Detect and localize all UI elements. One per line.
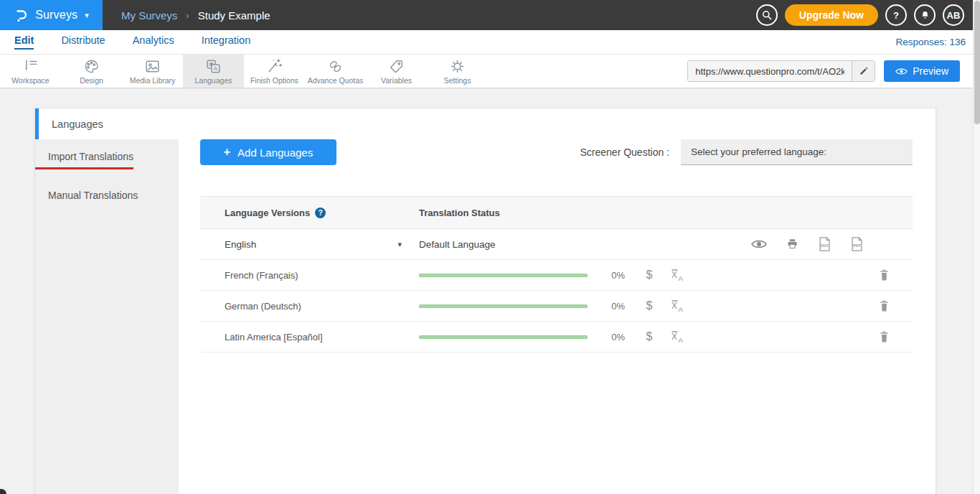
table-row-language: German (Deutsch) 0% $ XA — [200, 291, 913, 322]
toolbar-item-languages[interactable]: A Languages — [183, 55, 244, 88]
languages-card: Languages Import Translations Manual Tra… — [34, 108, 936, 494]
toolbar-item-design[interactable]: Design — [61, 55, 122, 88]
chat-widget-fragment — [0, 489, 6, 494]
dropdown-caret-icon[interactable]: ▾ — [397, 240, 402, 249]
print-button[interactable] — [786, 238, 799, 251]
translate-small-icon: XA — [671, 269, 685, 281]
help-button[interactable]: ? — [885, 4, 907, 26]
toolbar-item-advance-quotas[interactable]: Advance Quotas — [305, 55, 366, 88]
translation-percent: 0% — [606, 332, 625, 342]
default-language-cell[interactable]: English ▾ — [200, 239, 419, 250]
translation-percent: 0% — [606, 301, 625, 312]
paid-translation-icon[interactable]: $ — [642, 269, 656, 281]
chain-links-icon — [326, 58, 344, 75]
toolbar-label: Languages — [195, 76, 232, 85]
translate-icon: A — [204, 58, 222, 75]
add-languages-button[interactable]: + Add Languages — [200, 139, 336, 165]
toolbar-label: Settings — [444, 76, 471, 85]
product-label: Surveys — [35, 9, 77, 22]
preview-button[interactable]: Preview — [884, 60, 960, 82]
plus-icon: + — [224, 146, 230, 159]
content-area: Languages Import Translations Manual Tra… — [0, 89, 980, 494]
palette-icon — [83, 58, 100, 75]
eye-icon — [751, 239, 767, 249]
toolbar-item-variables[interactable]: Variables — [366, 55, 427, 88]
default-row-actions: DOC PDF — [751, 236, 913, 252]
product-switcher[interactable]: Surveys ▾ — [0, 0, 103, 30]
doc-file-icon: DOC — [818, 236, 831, 252]
column-language-versions: Language Versions ? — [200, 208, 419, 218]
auto-translate-button[interactable]: XA — [671, 299, 685, 312]
breadcrumb-current-survey: Study Example — [198, 9, 270, 22]
screener-question-group: Screener Question : Select your preferre… — [580, 139, 913, 165]
preview-label: Preview — [913, 65, 948, 77]
svg-text:A: A — [679, 336, 684, 343]
edit-toolbar: Workspace Design Media Library A Lan — [0, 55, 980, 88]
language-status-cell: 0% $ XA — [419, 299, 913, 312]
sidebar-item-languages[interactable]: Languages — [35, 108, 179, 139]
paid-translation-icon[interactable]: $ — [642, 299, 656, 312]
svg-text:A: A — [679, 305, 684, 312]
chevron-right-icon: › — [186, 10, 189, 21]
toolbar-item-finish-options[interactable]: Finish Options — [244, 55, 305, 88]
language-status-cell: 0% $ XA — [419, 330, 913, 343]
paid-translation-icon[interactable]: $ — [642, 330, 656, 343]
notifications-button[interactable] — [914, 4, 936, 26]
screener-question-select[interactable]: Select your preferred language: — [681, 139, 913, 165]
export-doc-button[interactable]: DOC — [818, 236, 831, 252]
edit-url-button[interactable] — [852, 60, 875, 82]
sidebar-item-import-translations[interactable]: Import Translations — [35, 139, 133, 169]
top-header: Surveys ▾ My Surveys › Study Example Upg… — [0, 0, 980, 30]
survey-nav-tabs: Edit Distribute Analytics Integration — [14, 34, 250, 50]
trash-icon — [879, 269, 890, 281]
screener-question-label: Screener Question : — [580, 146, 669, 158]
toolbar-item-settings[interactable]: Settings — [427, 55, 488, 88]
delete-language-button[interactable] — [879, 299, 890, 312]
survey-url-input[interactable] — [688, 61, 852, 81]
tab-distribute[interactable]: Distribute — [61, 34, 105, 50]
search-button[interactable] — [756, 4, 778, 26]
view-survey-button[interactable] — [751, 239, 767, 249]
translate-small-icon: XA — [671, 330, 685, 343]
sidebar-item-manual-translations[interactable]: Manual Translations — [35, 178, 138, 205]
delete-language-button[interactable] — [879, 330, 890, 343]
pencil-icon — [859, 66, 869, 76]
tab-edit[interactable]: Edit — [14, 34, 34, 50]
auto-translate-button[interactable]: XA — [671, 330, 685, 343]
add-languages-label: Add Languages — [237, 146, 313, 159]
tab-analytics[interactable]: Analytics — [133, 34, 174, 50]
delete-language-button[interactable] — [879, 269, 890, 281]
help-icon: ? — [893, 10, 899, 21]
tab-integration[interactable]: Integration — [202, 34, 251, 50]
page-scrollbar[interactable] — [973, 0, 980, 494]
user-avatar[interactable]: AB — [943, 4, 964, 26]
chevron-down-icon: ▾ — [85, 11, 89, 20]
trash-icon — [879, 330, 890, 343]
toolbar-right: Preview — [687, 55, 980, 88]
languages-sidebar: Languages Import Translations Manual Tra… — [35, 108, 179, 494]
svg-text:A: A — [679, 274, 684, 281]
languages-main: + Add Languages Screener Question : Sele… — [179, 108, 936, 494]
trash-icon — [879, 299, 890, 312]
table-row-default-language: English ▾ Default Language — [200, 229, 913, 260]
survey-nav: Edit Distribute Analytics Integration Re… — [0, 30, 980, 55]
table-row-language: Latin America [Español] 0% $ XA — [200, 322, 913, 353]
toolbar-item-media-library[interactable]: Media Library — [122, 55, 183, 88]
tag-icon — [387, 58, 405, 75]
breadcrumb-my-surveys[interactable]: My Surveys — [121, 9, 177, 22]
scrollbar-thumb[interactable] — [974, 1, 980, 124]
responses-count-link[interactable]: Responses: 136 — [895, 37, 966, 47]
toolbar-label: Media Library — [130, 76, 176, 85]
language-name: French (Français) — [200, 270, 419, 281]
survey-url-box — [687, 60, 875, 82]
table-row-language: French (Français) 0% $ XA — [200, 260, 913, 291]
header-actions: Upgrade Now ? AB — [756, 0, 980, 30]
toolbar-item-workspace[interactable]: Workspace — [0, 55, 61, 88]
translation-progress-bar — [419, 335, 588, 339]
help-icon[interactable]: ? — [315, 208, 326, 218]
upgrade-now-button[interactable]: Upgrade Now — [785, 4, 878, 26]
language-status-cell: 0% $ XA — [419, 269, 913, 281]
export-pdf-button[interactable]: PDF — [850, 236, 864, 252]
languages-top-row: + Add Languages Screener Question : Sele… — [200, 139, 913, 165]
auto-translate-button[interactable]: XA — [671, 269, 685, 281]
